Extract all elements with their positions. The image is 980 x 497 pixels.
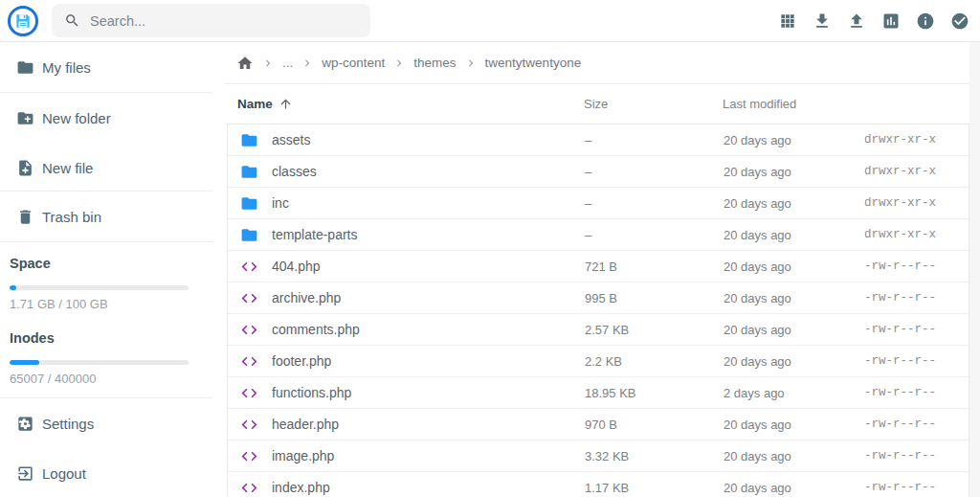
upload-button[interactable]	[847, 11, 866, 31]
file-name[interactable]: comments.php	[272, 322, 585, 337]
stats-icon	[881, 11, 901, 31]
file-modified: 20 days ago	[724, 481, 864, 495]
sidebar-item-label: New folder	[42, 110, 111, 126]
sidebar-item-label: Trash bin	[42, 209, 101, 225]
table-row[interactable]: header.php970 B20 days ago-rw-r--r--	[228, 409, 969, 441]
row-icon-cell	[228, 447, 272, 465]
code-icon	[240, 258, 258, 276]
sidebar-item-label: My files	[42, 59, 91, 76]
grid-icon	[778, 11, 797, 31]
logout-icon	[16, 464, 34, 483]
file-permissions: -rw-r--r--	[864, 449, 970, 463]
code-icon	[240, 447, 258, 465]
table-row[interactable]: template-parts–20 days agodrwxr-xr-x	[228, 219, 969, 251]
main-content: ...wp-contentthemestwentytwentyone Name …	[225, 42, 980, 497]
file-size: 2.57 KB	[585, 323, 724, 337]
search-box	[52, 4, 370, 37]
column-header-name[interactable]: Name	[237, 97, 584, 111]
file-permissions: -rw-r--r--	[864, 386, 970, 399]
file-modified: 20 days ago	[724, 323, 864, 337]
row-icon-cell	[228, 416, 272, 434]
app-logo[interactable]	[8, 6, 38, 36]
table-row[interactable]: comments.php2.57 KB20 days ago-rw-r--r--	[228, 314, 969, 346]
chevron-right-icon	[464, 56, 478, 70]
sidebar-item-logout[interactable]: Logout	[0, 449, 225, 497]
file-name[interactable]: classes	[272, 164, 585, 179]
file-name[interactable]: archive.php	[272, 290, 585, 305]
file-name[interactable]: assets	[272, 132, 585, 147]
table-row[interactable]: footer.php2.2 KB20 days ago-rw-r--r--	[228, 346, 969, 377]
usage-meter-space: Space1.71 GB / 100 GB	[10, 256, 189, 311]
info-icon	[916, 11, 935, 31]
info-button[interactable]	[916, 11, 935, 31]
table-row[interactable]: archive.php995 B20 days ago-rw-r--r--	[228, 282, 969, 314]
row-icon-cell	[228, 479, 272, 497]
file-size: –	[585, 228, 724, 242]
table-row[interactable]: inc–20 days agodrwxr-xr-x	[228, 188, 969, 219]
sidebar-section: New folderNew file	[0, 93, 225, 192]
breadcrumb-segment-themes[interactable]: themes	[413, 56, 456, 70]
file-permissions: -rw-r--r--	[864, 291, 970, 305]
file-modified: 20 days ago	[724, 354, 864, 369]
file-size: –	[585, 133, 724, 147]
file-name[interactable]: header.php	[272, 417, 585, 432]
breadcrumb-home[interactable]	[236, 55, 254, 72]
usage-label: Space	[10, 256, 189, 271]
check-circle-button[interactable]	[950, 11, 969, 31]
search-icon	[64, 12, 80, 29]
file-size: 970 B	[585, 418, 724, 432]
table-header: Name Size Last modified	[225, 84, 980, 124]
sidebar-item-new-folder[interactable]: New folder	[0, 93, 225, 144]
table-row[interactable]: index.php1.17 KB20 days ago-rw-r--r--	[228, 472, 969, 497]
file-name[interactable]: index.php	[272, 480, 585, 495]
upload-icon	[847, 11, 866, 31]
chevron-right-icon	[392, 56, 406, 70]
sidebar-item-new-file[interactable]: New file	[0, 144, 225, 192]
breadcrumb-segment-twentytwentyone[interactable]: twentytwentyone	[485, 56, 582, 70]
row-icon-cell	[228, 131, 272, 149]
sidebar-item-trash-bin[interactable]: Trash bin	[0, 192, 225, 242]
column-header-modified[interactable]: Last modified	[723, 97, 980, 111]
sidebar-item-my-files[interactable]: My files	[0, 42, 225, 93]
table-row[interactable]: classes–20 days agodrwxr-xr-x	[228, 156, 969, 188]
column-header-size[interactable]: Size	[584, 97, 723, 111]
file-manager-app: My filesNew folderNew fileTrash binSpace…	[0, 0, 980, 497]
row-icon-cell	[228, 289, 272, 307]
stats-button[interactable]	[881, 11, 901, 31]
table-row[interactable]: 404.php721 B20 days ago-rw-r--r--	[228, 251, 969, 282]
top-bar	[0, 0, 980, 42]
file-name[interactable]: inc	[272, 195, 585, 211]
progress-fill	[10, 285, 16, 290]
scroll-gutter[interactable]	[969, 42, 980, 497]
file-name[interactable]: template-parts	[272, 227, 585, 242]
row-icon-cell	[228, 384, 272, 402]
table-row[interactable]: assets–20 days agodrwxr-xr-x	[228, 124, 969, 156]
file-permissions: -rw-r--r--	[864, 260, 970, 273]
file-name[interactable]: image.php	[272, 448, 585, 463]
chevron-right-icon	[301, 56, 314, 70]
usage-value: 1.71 GB / 100 GB	[10, 297, 189, 311]
table-row[interactable]: image.php3.32 KB20 days ago-rw-r--r--	[228, 441, 969, 472]
file-permissions: -rw-r--r--	[864, 481, 970, 494]
folder-icon	[240, 163, 258, 181]
file-permissions: drwxr-xr-x	[864, 196, 970, 210]
toolbar-actions	[778, 11, 980, 31]
search-input[interactable]	[90, 13, 370, 29]
download-button[interactable]	[813, 11, 832, 31]
chevron-right-icon	[261, 56, 275, 70]
table-row[interactable]: functions.php18.95 KB2 days ago-rw-r--r-…	[228, 377, 969, 409]
breadcrumb-segment--[interactable]: ...	[282, 56, 293, 70]
file-name[interactable]: footer.php	[272, 353, 585, 369]
sidebar-item-label: Settings	[42, 416, 94, 432]
file-name[interactable]: 404.php	[272, 259, 585, 274]
grid-button[interactable]	[778, 11, 797, 31]
usage-section: Space1.71 GB / 100 GBInodes65007 / 40000…	[0, 242, 225, 398]
file-size: –	[585, 196, 724, 211]
breadcrumb-segment-wp-content[interactable]: wp-content	[322, 56, 385, 70]
sidebar-item-settings[interactable]: Settings	[0, 398, 225, 449]
folder-plus-icon	[16, 109, 34, 127]
usage-value: 65007 / 400000	[10, 372, 189, 386]
progress-bar	[10, 285, 189, 290]
file-modified: 20 days ago	[724, 133, 864, 147]
file-name[interactable]: functions.php	[272, 385, 585, 400]
